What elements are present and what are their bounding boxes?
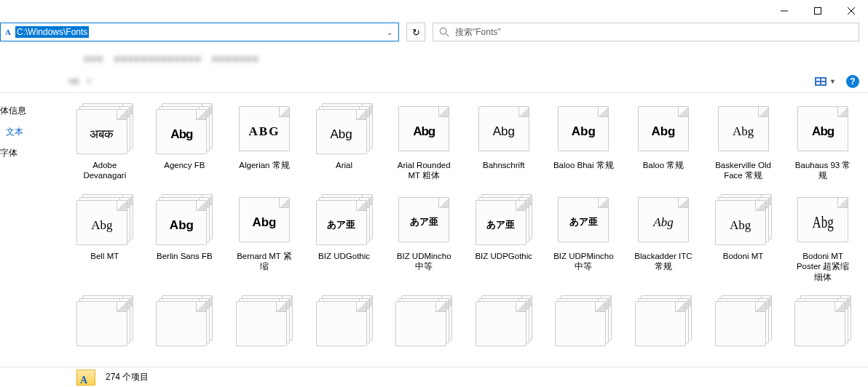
- svg-rect-6: [815, 77, 826, 86]
- sidebar-item-fontinfo[interactable]: 体信息: [0, 100, 29, 121]
- font-name: Agency FB: [164, 160, 205, 170]
- font-sample: あア亜: [399, 215, 449, 228]
- font-item[interactable]: あア亜BIZ UDGothic: [312, 194, 376, 282]
- font-item[interactable]: [472, 295, 536, 352]
- font-sample: Abg: [479, 124, 529, 139]
- folder-font-icon: [76, 370, 95, 386]
- search-placeholder: 搜索"Fonts": [455, 26, 501, 39]
- font-item[interactable]: [73, 295, 137, 352]
- font-name: Baloo 常规: [643, 160, 684, 170]
- font-sample: Abg: [559, 124, 608, 139]
- status-item-count: 274 个项目: [106, 371, 149, 383]
- font-name: Bauhaus 93 常规: [791, 160, 855, 181]
- font-item[interactable]: [631, 295, 695, 352]
- font-sample: Abg: [716, 218, 765, 233]
- status-bar: 274 个项目: [0, 367, 868, 387]
- font-name: Adobe Devanagari: [73, 160, 137, 181]
- font-item[interactable]: [711, 295, 776, 352]
- font-name: Bell MT: [90, 251, 119, 261]
- svg-rect-10: [821, 82, 825, 84]
- font-grid: अबकAdobe DevanagariAbgAgency FBABGAlgeri…: [29, 93, 868, 367]
- svg-rect-9: [816, 82, 820, 84]
- help-button[interactable]: ?: [846, 75, 859, 88]
- font-item[interactable]: AbgBaskerville Old Face 常规: [711, 103, 776, 181]
- font-name: Bernard MT 紧缩: [232, 251, 296, 272]
- font-name: BIZ UDPMincho 中等: [552, 251, 616, 272]
- view-toolbar: ■■ ▾ ▼ ?: [0, 70, 868, 93]
- font-name: BIZ UDGothic: [318, 251, 370, 261]
- font-item[interactable]: AbgBodoni MT: [711, 194, 776, 282]
- search-icon: [439, 27, 449, 37]
- font-item[interactable]: ABGAlgerian 常规: [232, 103, 296, 181]
- font-item[interactable]: あア亜BIZ UDPGothic: [472, 194, 536, 282]
- svg-rect-1: [815, 8, 821, 15]
- font-item[interactable]: AbgBerlin Sans FB: [153, 194, 217, 282]
- font-name: Arial: [336, 160, 352, 170]
- font-name: Blackadder ITC 常规: [631, 251, 695, 272]
- sidebar-item-text[interactable]: 文本: [0, 121, 29, 143]
- address-bar[interactable]: A C:\Windows\Fonts ⌄: [0, 23, 399, 41]
- svg-point-4: [440, 28, 446, 34]
- font-item[interactable]: AbgBodoni MT Poster 超紧缩 细体: [791, 194, 855, 282]
- svg-rect-8: [821, 79, 825, 81]
- font-item[interactable]: AbgBahnschrift: [472, 103, 536, 181]
- font-name: Bodoni MT Poster 超紧缩 细体: [791, 251, 855, 282]
- font-item[interactable]: AbgArial: [312, 103, 376, 181]
- font-folder-icon: A: [1, 28, 15, 36]
- font-item[interactable]: [392, 295, 456, 352]
- font-sample: Abg: [317, 127, 366, 142]
- font-sample: अबक: [77, 127, 127, 142]
- font-sample: Abg: [157, 127, 206, 142]
- view-mode-button[interactable]: ▼: [815, 77, 836, 86]
- font-item[interactable]: あア亜BIZ UDMincho 中等: [392, 194, 456, 282]
- svg-line-5: [446, 33, 449, 36]
- font-name: BIZ UDPGothic: [475, 251, 532, 261]
- font-sample: あア亜: [476, 218, 526, 231]
- maximize-button[interactable]: [801, 0, 835, 22]
- font-item[interactable]: AbgBaloo Bhai 常规: [552, 103, 616, 181]
- font-item[interactable]: AbgBauhaus 93 常规: [791, 103, 855, 181]
- font-name: Berlin Sans FB: [157, 251, 213, 261]
- window-titlebar: [0, 0, 868, 22]
- font-sample: Abg: [399, 124, 449, 139]
- font-item[interactable]: AbgBaloo 常规: [631, 103, 695, 181]
- sidebar-item-font[interactable]: 字体: [0, 143, 29, 164]
- font-sample: Abg: [798, 124, 848, 139]
- minimize-button[interactable]: [768, 0, 801, 22]
- font-sample: あア亜: [317, 218, 366, 231]
- font-name: Baskerville Old Face 常规: [711, 160, 776, 181]
- font-item[interactable]: [791, 295, 855, 352]
- font-sample: あア亜: [559, 215, 608, 228]
- font-item[interactable]: [552, 295, 616, 352]
- font-item[interactable]: AbgAgency FB: [153, 103, 217, 181]
- font-name: Algerian 常规: [239, 160, 289, 170]
- font-name: Bodoni MT: [723, 251, 764, 261]
- refresh-button[interactable]: ↻: [406, 23, 425, 41]
- close-button[interactable]: [835, 0, 868, 22]
- sidebar: 体信息 文本 字体: [0, 93, 29, 367]
- font-item[interactable]: AbgBlackadder ITC 常规: [631, 194, 695, 282]
- font-sample: Abg: [798, 212, 848, 233]
- font-sample: Abg: [639, 124, 688, 139]
- font-sample: Abg: [240, 215, 289, 230]
- font-item[interactable]: अबकAdobe Devanagari: [73, 103, 137, 181]
- font-item[interactable]: [232, 295, 296, 352]
- font-name: Bahnschrift: [483, 160, 525, 170]
- address-path: C:\Windows\Fonts: [15, 26, 89, 38]
- address-dropdown-icon[interactable]: ⌄: [381, 28, 398, 36]
- font-name: Baloo Bhai 常规: [553, 160, 614, 170]
- font-item[interactable]: AbgBell MT: [73, 194, 137, 282]
- font-item[interactable]: [312, 295, 376, 352]
- font-item[interactable]: AbgBernard MT 紧缩: [232, 194, 296, 282]
- font-item[interactable]: あア亜BIZ UDPMincho 中等: [552, 194, 616, 282]
- font-name: Arial Rounded MT 粗体: [392, 160, 456, 181]
- search-box[interactable]: 搜索"Fonts": [433, 23, 859, 41]
- font-item[interactable]: [153, 295, 217, 352]
- address-search-row: A C:\Windows\Fonts ⌄ ↻ 搜索"Fonts": [0, 22, 868, 48]
- svg-rect-7: [816, 79, 820, 81]
- breadcrumb: ■■■ ■■■■■■■■■■■■■ ■■■■■■■: [0, 48, 868, 70]
- font-sample: Abg: [639, 215, 688, 230]
- font-sample: ABG: [240, 124, 289, 139]
- font-sample: Abg: [157, 218, 206, 233]
- font-item[interactable]: AbgArial Rounded MT 粗体: [392, 103, 456, 181]
